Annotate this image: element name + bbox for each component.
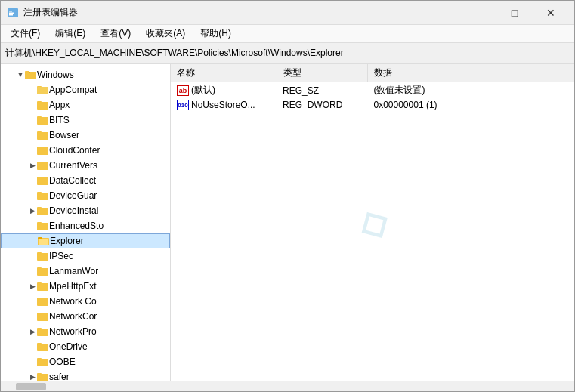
close-button[interactable]: ✕ (533, 2, 568, 23)
tree-label-networkco: Network Co (49, 296, 97, 307)
tree-label-lanmanwor: LanmanWor (49, 266, 98, 276)
tree-item-ipsec[interactable]: IPSec (1, 248, 170, 264)
tree-item-lanmanwor[interactable]: LanmanWor (1, 264, 170, 279)
row2-type: REG_DWORD (277, 98, 367, 112)
tree-item-cloudcontent[interactable]: CloudConter (1, 143, 170, 158)
maximize-button[interactable]: □ (497, 2, 532, 23)
tree-item-bits[interactable]: BITS (1, 113, 170, 128)
minimize-button[interactable]: — (461, 2, 496, 23)
title-controls: — □ ✕ (461, 2, 568, 23)
row1-data: (数值未设置) (367, 82, 574, 99)
folder-icon-networkcor (37, 311, 49, 322)
tree-label-windows: Windows (37, 69, 74, 80)
tree-item-windows[interactable]: ▼ Windows (1, 67, 170, 82)
tree-item-deviceinstal[interactable]: ▶ DeviceInstal (1, 203, 170, 218)
folder-icon-safer (37, 372, 49, 381)
col-header-name[interactable]: 名称 (171, 64, 277, 82)
table-header-row: 名称 类型 数据 (171, 64, 574, 82)
detail-table: 名称 类型 数据 ab (默认) REG_SZ (数值未设置) (171, 64, 574, 112)
tree-item-onedrive[interactable]: OneDrive (1, 339, 170, 354)
folder-icon-bowser (37, 130, 49, 140)
folder-icon-onedrive (37, 341, 49, 352)
svg-rect-25 (37, 207, 42, 209)
svg-rect-34 (37, 267, 42, 270)
folder-icon-oobe (37, 357, 49, 367)
svg-rect-1 (9, 11, 12, 12)
row1-type: REG_SZ (277, 82, 367, 99)
tree-item-appx[interactable]: Appx (1, 97, 170, 113)
row2-name: 010 NoUseStoreO... (171, 98, 277, 112)
col-header-data[interactable]: 数据 (367, 64, 574, 82)
tree-label-cloudcontent: CloudConter (49, 145, 100, 156)
tree-item-appcompat[interactable]: AppCompat (1, 82, 170, 97)
main-content: ▼ Windows AppCompat (1, 64, 574, 381)
svg-rect-17 (37, 147, 42, 149)
row1-name-label: (默认) (191, 84, 215, 97)
tree-item-currentvers[interactable]: ▶ CurrentVers (1, 158, 170, 173)
menu-view[interactable]: 查看(V) (94, 25, 138, 42)
tree-item-mpehttpext[interactable]: ▶ MpeHttpExt (1, 279, 170, 294)
tree-item-deviceguard[interactable]: DeviceGuar (1, 188, 170, 203)
col-header-type[interactable]: 类型 (277, 64, 367, 82)
horizontal-scrollbar[interactable] (1, 381, 574, 391)
tree-label-ipsec: IPSec (49, 251, 73, 261)
expand-arrow-mpehttpext: ▶ (28, 282, 37, 291)
folder-icon-lanmanwor (37, 266, 49, 276)
svg-rect-11 (37, 101, 42, 103)
menu-help[interactable]: 帮助(H) (193, 25, 238, 42)
svg-rect-13 (37, 116, 42, 119)
tree-panel[interactable]: ▼ Windows AppCompat (1, 64, 171, 381)
svg-rect-46 (37, 358, 42, 360)
tree-item-networkpro[interactable]: ▶ NetworkPro (1, 324, 170, 339)
row2-data: 0x00000001 (1) (367, 98, 574, 112)
svg-rect-6 (25, 71, 29, 73)
svg-rect-40 (37, 313, 42, 315)
tree-item-datacollect[interactable]: DataCollect (1, 173, 170, 188)
svg-rect-32 (37, 252, 42, 255)
row2-type-icon: 010 (177, 100, 189, 110)
folder-icon-mpehttpext (37, 281, 49, 292)
menu-file[interactable]: 文件(F) (4, 25, 47, 42)
expand-arrow-deviceinstal: ▶ (28, 206, 37, 215)
menu-edit[interactable]: 编辑(E) (48, 25, 92, 42)
folder-icon-deviceinstal (37, 205, 49, 216)
tree-label-explorer: Explorer (50, 236, 84, 246)
svg-rect-30 (39, 239, 48, 245)
tree-item-oobe[interactable]: OOBE (1, 354, 170, 369)
folder-icon-deviceguard (37, 190, 49, 201)
tree-item-explorer[interactable]: Explorer (1, 233, 170, 248)
menu-bar: 文件(F) 编辑(E) 查看(V) 收藏夹(A) 帮助(H) (1, 25, 574, 43)
tree-label-datacollect: DataCollect (49, 175, 96, 186)
tree-label-bowser: Bowser (49, 130, 79, 140)
tree-label-safer: safer (49, 372, 70, 381)
title-bar-left: 注册表编辑器 (7, 6, 78, 19)
tree-item-safer[interactable]: ▶ safer (1, 369, 170, 381)
tree-label-currentvers: CurrentVers (49, 160, 97, 171)
table-row[interactable]: 010 NoUseStoreO... REG_DWORD 0x00000001 … (171, 98, 574, 112)
svg-rect-48 (37, 373, 42, 375)
folder-icon-networkco (37, 296, 49, 307)
tree-item-enhancedsto[interactable]: EnhancedSto (1, 218, 170, 233)
folder-icon-networkpro (37, 326, 49, 337)
folder-icon-ipsec (37, 251, 49, 261)
folder-icon-appx (37, 100, 49, 110)
expand-arrow-windows: ▼ (16, 70, 25, 79)
window-title: 注册表编辑器 (23, 6, 78, 19)
expand-arrow-currentvers: ▶ (28, 161, 37, 170)
row1-name: ab (默认) (171, 82, 277, 98)
tree-item-networkcor[interactable]: NetworkCor (1, 309, 170, 324)
folder-icon-datacollect (37, 175, 49, 186)
menu-favorites[interactable]: 收藏夹(A) (139, 25, 192, 42)
title-bar: 注册表编辑器 — □ ✕ (1, 1, 574, 25)
table-row[interactable]: ab (默认) REG_SZ (数值未设置) (171, 82, 574, 99)
h-scroll-thumb[interactable] (16, 383, 46, 390)
registry-editor-window: 注册表编辑器 — □ ✕ 文件(F) 编辑(E) 查看(V) 收藏夹(A) 帮助… (0, 0, 575, 392)
svg-rect-38 (37, 298, 42, 300)
svg-rect-3 (9, 14, 13, 16)
folder-icon-explorer (38, 236, 50, 246)
tree-item-bowser[interactable]: Bowser (1, 128, 170, 143)
tree-item-networkco[interactable]: Network Co (1, 294, 170, 309)
tree-label-bits: BITS (49, 115, 70, 125)
svg-rect-19 (37, 162, 42, 164)
address-bar: 计算机\HKEY_LOCAL_MACHINE\SOFTWARE\Policies… (1, 43, 574, 64)
